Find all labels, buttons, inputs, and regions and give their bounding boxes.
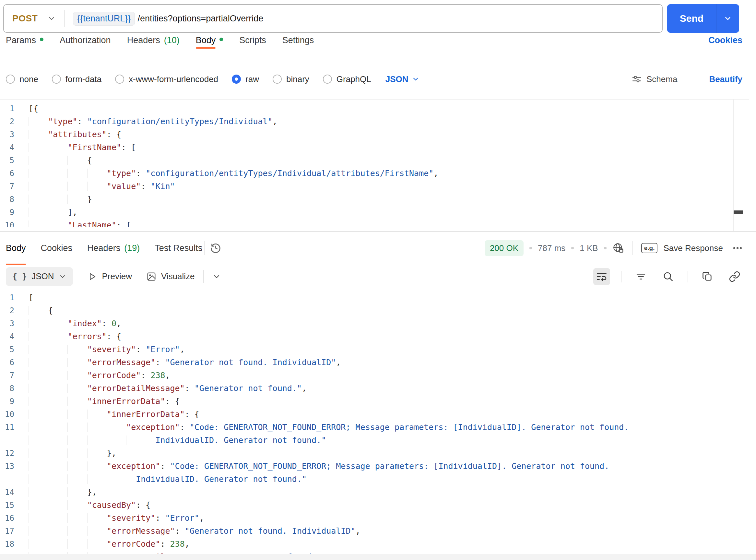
- divider: [64, 10, 64, 27]
- preview-button[interactable]: Preview: [87, 272, 132, 282]
- request-tabs: ParamsAuthorizationHeaders(10)BodyScript…: [6, 33, 742, 48]
- divider: [203, 270, 204, 283]
- radio-icon[interactable]: [115, 75, 124, 84]
- body-type-binary[interactable]: binary: [273, 74, 309, 84]
- code-line: 18 "errorCode": 238,: [0, 538, 733, 551]
- history-icon[interactable]: [209, 242, 222, 255]
- response-time[interactable]: 787 ms: [538, 243, 565, 253]
- send-options-caret[interactable]: [716, 4, 739, 33]
- link-icon[interactable]: [726, 268, 743, 285]
- radio-icon[interactable]: [273, 75, 282, 84]
- code-line: 5 "severity": "Error",: [0, 343, 733, 356]
- request-code: 1[{2 "type": "configuration/entityTypes/…: [0, 100, 749, 227]
- response-tab-test-results[interactable]: Test Results: [155, 232, 202, 264]
- code-text: IndividualID. Generator not found.": [21, 473, 307, 486]
- horizontal-scrollbar[interactable]: [0, 554, 756, 560]
- cookies-link[interactable]: Cookies: [708, 35, 742, 45]
- code-text: },: [21, 486, 97, 499]
- code-text: "errorDetailMessage": "Generator not fou…: [21, 551, 321, 554]
- visualize-button[interactable]: Visualize: [146, 272, 195, 282]
- filter-icon[interactable]: [633, 268, 649, 285]
- line-number: 1: [0, 102, 21, 115]
- response-tab-headers[interactable]: Headers(19): [87, 232, 140, 264]
- radio-label: GraphQL: [336, 74, 371, 84]
- code-text: }: [21, 193, 92, 206]
- scrollbar-thumb[interactable]: [734, 211, 743, 214]
- send-button-label: Send: [667, 4, 716, 33]
- response-tab-body[interactable]: Body: [6, 232, 26, 264]
- line-number: 6: [0, 167, 21, 180]
- line-number: 18: [0, 538, 21, 551]
- separator-dot: [604, 247, 607, 249]
- divider: [204, 241, 205, 255]
- beautify-button[interactable]: Beautify: [709, 74, 742, 84]
- word-wrap-icon[interactable]: [593, 268, 610, 285]
- response-toolbar: { } JSON Preview Visualize: [6, 264, 743, 288]
- schema-button[interactable]: Schema: [632, 74, 677, 84]
- request-body-editor[interactable]: 1[{2 "type": "configuration/entityTypes/…: [0, 99, 749, 231]
- radio-icon[interactable]: [6, 75, 15, 84]
- line-number: 2: [0, 304, 21, 317]
- body-type-x-www-form-urlencoded[interactable]: x-www-form-urlencoded: [115, 74, 218, 84]
- line-number: 12: [0, 447, 21, 460]
- code-line: 7 "value": "Kin": [0, 180, 749, 193]
- raw-language-select[interactable]: JSON: [386, 74, 420, 84]
- more-views-caret[interactable]: [212, 272, 221, 281]
- separator-dot: [571, 247, 574, 249]
- code-line: 4 "FirstName": [: [0, 141, 749, 154]
- line-number: 5: [0, 154, 21, 167]
- code-text: "severity": "Error",: [21, 343, 185, 356]
- code-line: 1[: [0, 291, 733, 304]
- line-number: 1: [0, 291, 21, 304]
- line-number: 4: [0, 330, 21, 343]
- search-icon[interactable]: [660, 268, 677, 285]
- method-select[interactable]: POST: [12, 13, 56, 24]
- code-text: "FirstName": [: [21, 141, 136, 154]
- radio-icon[interactable]: [323, 75, 332, 84]
- radio-icon[interactable]: [232, 75, 241, 84]
- code-line: 6 "errorMessage": "Generator not found. …: [0, 356, 733, 369]
- line-number: 16: [0, 512, 21, 525]
- copy-icon[interactable]: [699, 268, 716, 285]
- code-text: {: [21, 304, 53, 317]
- editor-scrollbar[interactable]: [733, 100, 743, 231]
- schema-label: Schema: [647, 74, 677, 84]
- response-tab-cookies[interactable]: Cookies: [41, 232, 73, 264]
- line-number: 2: [0, 115, 21, 128]
- chevron-down-icon: [47, 14, 56, 23]
- response-format-select[interactable]: { } JSON: [6, 267, 73, 286]
- request-tab-scripts[interactable]: Scripts: [239, 33, 266, 48]
- radio-label: x-www-form-urlencoded: [129, 74, 218, 84]
- network-globe-lock-icon[interactable]: [612, 242, 624, 254]
- body-type-raw[interactable]: raw: [232, 74, 259, 84]
- image-icon: [146, 272, 157, 282]
- chevron-down-icon: [59, 273, 66, 280]
- tab-count: (19): [124, 243, 140, 253]
- response-body-viewer[interactable]: 1[2 {3 "index": 0,4 "errors": {5 "severi…: [0, 288, 756, 554]
- code-line: 17 "errorMessage": "Generator not found.…: [0, 525, 733, 538]
- code-line: 2 {: [0, 304, 733, 317]
- send-button[interactable]: Send: [667, 4, 739, 33]
- more-options-icon[interactable]: [732, 243, 743, 254]
- line-number: 15: [0, 499, 21, 512]
- url-variable-chip[interactable]: {{tenantURL}}: [73, 12, 135, 26]
- tab-label: Cookies: [41, 232, 73, 264]
- request-tab-params[interactable]: Params: [6, 33, 43, 48]
- radio-icon[interactable]: [52, 75, 61, 84]
- code-text: IndividualID. Generator not found.": [21, 434, 326, 447]
- preview-label: Preview: [102, 272, 132, 281]
- body-type-form-data[interactable]: form-data: [52, 74, 101, 84]
- response-size[interactable]: 1 KB: [580, 243, 598, 253]
- request-tab-settings[interactable]: Settings: [282, 33, 314, 48]
- body-type-none[interactable]: none: [6, 74, 38, 84]
- request-tab-body[interactable]: Body: [196, 33, 223, 48]
- code-line: 6 "type": "configuration/entityTypes/Ind…: [0, 167, 749, 180]
- body-type-graphql[interactable]: GraphQL: [323, 74, 371, 84]
- tab-label: Headers: [87, 232, 120, 264]
- line-number: 17: [0, 525, 21, 538]
- status-badge[interactable]: 200 OK: [485, 240, 524, 256]
- save-response-button[interactable]: Save Response: [663, 243, 723, 253]
- request-tab-authorization[interactable]: Authorization: [60, 33, 111, 48]
- url-input[interactable]: {{tenantURL}} /entities?options=partialO…: [73, 12, 263, 26]
- request-tab-headers[interactable]: Headers(10): [127, 33, 180, 48]
